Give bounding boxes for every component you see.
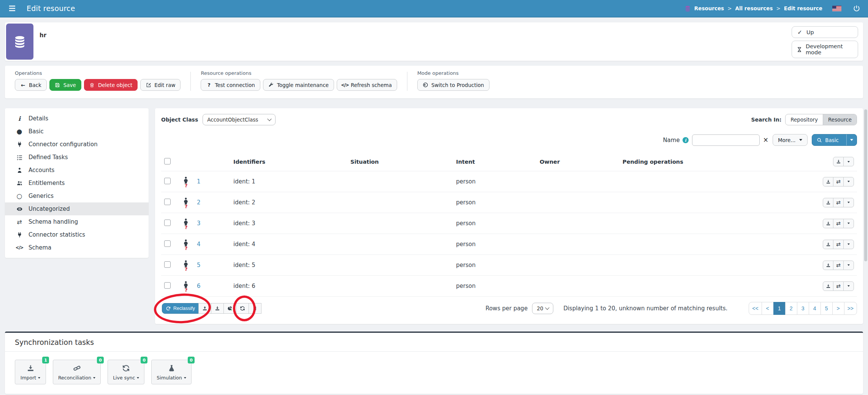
rows-per-page-select[interactable]: 20 xyxy=(532,303,553,314)
page-button-next[interactable]: > xyxy=(832,302,844,315)
page-button-nextnext[interactable]: >> xyxy=(844,302,857,315)
wrench-icon xyxy=(268,82,274,88)
search-in-repository-option[interactable]: Repository xyxy=(786,114,823,125)
sidebar-item-entitlements[interactable]: Entitlements xyxy=(5,177,149,190)
sidebar-item-schema-handling[interactable]: ⇄Schema handling xyxy=(5,215,149,228)
page-button-prev[interactable]: < xyxy=(762,302,774,315)
table-row: ? 4 ident: 4 person ⇄ xyxy=(161,234,857,255)
column-header-situation: Situation xyxy=(347,153,453,171)
page-button-2[interactable]: 2 xyxy=(785,302,797,315)
edit-raw-button[interactable]: Edit raw xyxy=(140,79,181,91)
row-id-link[interactable]: 3 xyxy=(197,220,201,227)
row-checkbox[interactable] xyxy=(164,240,171,247)
search-in-label: Search In: xyxy=(751,117,781,123)
row-menu-caret-icon[interactable] xyxy=(843,261,854,270)
switch-to-production-button[interactable]: Switch to Production xyxy=(417,79,489,91)
row-checkbox[interactable] xyxy=(164,178,171,184)
row-id-link[interactable]: 6 xyxy=(197,283,201,289)
back-button[interactable]: ← Back xyxy=(15,79,47,91)
search-in-resource-option[interactable]: Resource xyxy=(823,114,857,125)
row-exchange-icon[interactable]: ⇄ xyxy=(833,198,844,207)
row-id-link[interactable]: 1 xyxy=(197,178,201,185)
refresh-schema-button[interactable]: </> Refresh schema xyxy=(337,79,397,91)
task-button-import[interactable]: Import1 xyxy=(15,360,46,384)
row-id-link[interactable]: 2 xyxy=(197,199,201,206)
row-download-icon[interactable] xyxy=(823,219,833,228)
save-button[interactable]: Save xyxy=(49,79,81,91)
row-id-link[interactable]: 5 xyxy=(197,262,201,269)
row-menu-caret-icon[interactable] xyxy=(843,198,854,207)
table-export-button xyxy=(833,157,854,166)
sidebar-item-connector-statistics[interactable]: Connector statistics xyxy=(5,228,149,241)
row-checkbox[interactable] xyxy=(164,199,171,205)
vertical-scrollbar[interactable] xyxy=(864,109,867,261)
toggle-maintenance-button[interactable]: Toggle maintenance xyxy=(263,79,334,91)
breadcrumb-item[interactable]: Edit resource xyxy=(784,5,822,11)
logout-power-icon[interactable] xyxy=(853,5,860,12)
hamburger-menu-icon[interactable] xyxy=(8,4,17,13)
object-class-select[interactable]: AccountObjectClass xyxy=(203,114,276,125)
test-connection-button[interactable]: ? Test connection xyxy=(201,79,260,91)
pie-chart-plus-icon xyxy=(227,306,233,311)
row-download-icon[interactable] xyxy=(823,281,833,291)
row-checkbox[interactable] xyxy=(164,220,171,226)
row-menu-caret-icon[interactable] xyxy=(843,281,854,291)
import-accounts-button[interactable] xyxy=(198,303,211,314)
row-exchange-icon[interactable]: ⇄ xyxy=(833,240,844,249)
refresh-table-button[interactable] xyxy=(236,303,249,314)
sidebar-item-accounts[interactable]: Accounts xyxy=(5,164,149,177)
task-button-reconciliation[interactable]: Reconciliation0 xyxy=(53,360,101,384)
row-intent: person xyxy=(453,276,537,297)
row-download-icon[interactable] xyxy=(823,177,833,186)
reclassify-button[interactable]: Reclassify xyxy=(162,303,199,314)
row-download-icon[interactable] xyxy=(823,198,833,207)
sidebar-item-connector-configuration[interactable]: Connector configuration xyxy=(5,138,149,151)
row-exchange-icon[interactable]: ⇄ xyxy=(833,281,844,291)
row-exchange-icon[interactable]: ⇄ xyxy=(833,219,844,228)
task-button-live-sync[interactable]: Live sync0 xyxy=(108,360,144,384)
create-report-button[interactable] xyxy=(223,303,236,314)
basic-search-button[interactable]: Basic xyxy=(812,134,857,146)
pause-refresh-button[interactable] xyxy=(249,303,261,314)
info-icon[interactable]: i xyxy=(683,137,689,143)
sidebar-item-uncategorized[interactable]: Uncategorized xyxy=(5,202,149,215)
export-caret-icon[interactable] xyxy=(843,157,854,166)
row-menu-caret-icon[interactable] xyxy=(843,219,854,228)
page-button-1[interactable]: 1 xyxy=(773,302,786,315)
more-filters-button[interactable]: More... xyxy=(773,134,808,146)
search-mode-caret[interactable] xyxy=(846,134,857,145)
breadcrumb-item[interactable]: All resources xyxy=(735,5,773,11)
page-button-5[interactable]: 5 xyxy=(820,302,833,315)
language-flag-icon[interactable] xyxy=(832,6,841,11)
row-download-icon[interactable] xyxy=(823,261,833,270)
sidebar-item-defined-tasks[interactable]: Defined Tasks xyxy=(5,151,149,164)
row-menu-caret-icon[interactable] xyxy=(843,240,854,249)
resource-name: hr xyxy=(40,32,46,39)
breadcrumb-item[interactable]: Resources xyxy=(694,5,724,11)
delete-object-button[interactable]: Delete object xyxy=(84,79,138,91)
sidebar-item-details[interactable]: iDetails xyxy=(5,112,149,125)
row-download-icon[interactable] xyxy=(823,240,833,249)
row-exchange-icon[interactable]: ⇄ xyxy=(833,177,844,186)
row-exchange-icon[interactable]: ⇄ xyxy=(833,261,844,270)
clear-filter-icon[interactable]: × xyxy=(763,137,768,143)
page-button-4[interactable]: 4 xyxy=(809,302,821,315)
row-intent: person xyxy=(453,171,537,192)
row-id-link[interactable]: 4 xyxy=(197,241,201,248)
page-button-prevprev[interactable]: << xyxy=(749,302,762,315)
name-filter-label: Name i xyxy=(663,137,688,144)
page-button-3[interactable]: 3 xyxy=(797,302,809,315)
sidebar-item-generics[interactable]: ○Generics xyxy=(5,190,149,202)
row-checkbox[interactable] xyxy=(164,261,171,268)
unknown-situation-icon: ? xyxy=(185,245,188,251)
task-button-simulation[interactable]: Simulation0 xyxy=(151,360,192,384)
row-menu-caret-icon[interactable] xyxy=(843,177,854,186)
name-filter-input[interactable] xyxy=(692,134,760,146)
sidebar-item-basic[interactable]: ●Basic xyxy=(5,125,149,138)
select-all-checkbox[interactable] xyxy=(164,158,171,164)
download-icon[interactable] xyxy=(833,157,844,166)
caret-down-icon xyxy=(38,377,40,379)
sidebar-item-schema[interactable]: </>Schema xyxy=(5,241,149,254)
export-accounts-button[interactable] xyxy=(211,303,224,314)
row-checkbox[interactable] xyxy=(164,282,171,289)
